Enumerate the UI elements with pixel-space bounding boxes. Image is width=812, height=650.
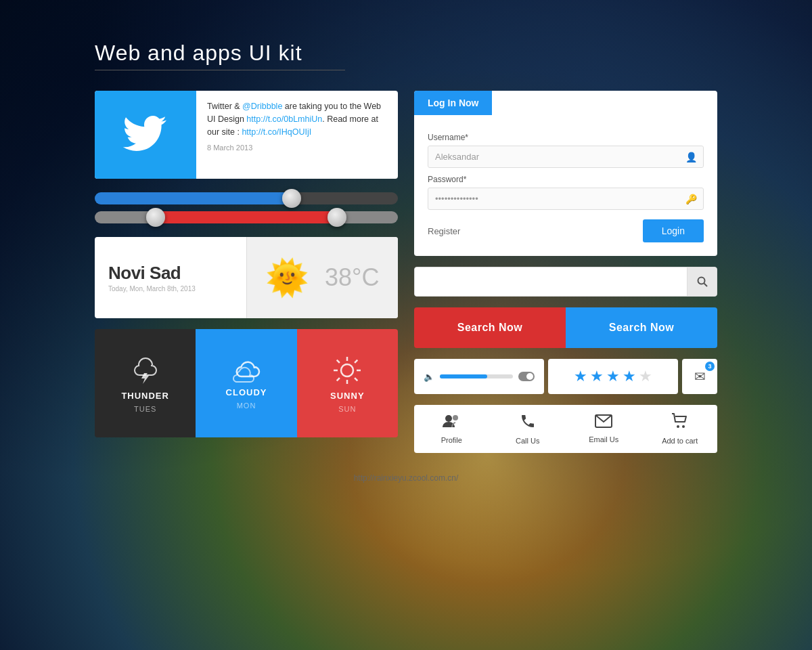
slider-blue-thumb[interactable] <box>282 189 301 208</box>
profile-label: Profile <box>441 436 462 444</box>
search-now-blue-button[interactable]: Search Now <box>566 307 717 348</box>
volume-slider-track[interactable] <box>440 374 513 378</box>
svg-point-10 <box>698 278 704 284</box>
sliders-container <box>95 190 398 226</box>
thunder-icon <box>129 354 162 387</box>
search-now-red-button[interactable]: Search Now <box>414 307 566 348</box>
widget-row: 🔈 ★ ★ ★ ★ ★ ✉ <box>414 359 717 394</box>
slider-red-thumb-right[interactable] <box>328 208 346 227</box>
weather-tile-cloudy: CLOUDY MON <box>196 329 296 437</box>
phone-icon <box>520 413 536 433</box>
cart-icon <box>671 413 689 433</box>
main-grid: Twitter & @Dribbble are taking you to th… <box>95 91 717 453</box>
weather-widget: Novi Sad Today, Mon, March 8th, 2013 🌞 3… <box>95 237 398 318</box>
search-icon <box>697 276 708 287</box>
svg-point-1 <box>341 364 353 376</box>
footer-url: http://rainxieyu.zcool.com.cn/ <box>95 473 717 483</box>
svg-point-12 <box>445 415 452 422</box>
slider-red-thumb-left[interactable] <box>146 208 165 227</box>
weather-tile-sunny: SUNNY SUN <box>297 329 398 437</box>
password-label: Password* <box>428 175 704 184</box>
thunder-day: TUES <box>134 405 156 413</box>
search-buttons: Search Now Search Now <box>414 307 717 348</box>
slider-red-track[interactable] <box>95 211 398 223</box>
callus-label: Call Us <box>516 437 539 445</box>
weather-right-panel: 🌞 38°C <box>247 237 399 318</box>
svg-point-16 <box>682 425 685 428</box>
mail-widget[interactable]: ✉ 3 <box>682 359 717 394</box>
username-input-wrap: 👤 <box>428 146 704 168</box>
twitter-card: Twitter & @Dribbble are taking you to th… <box>95 91 398 179</box>
twitter-date: 8 March 2013 <box>207 142 387 154</box>
username-input[interactable] <box>428 146 704 168</box>
volume-toggle[interactable] <box>518 372 535 381</box>
login-body: Username* 👤 Password* 🔑 Register Login <box>414 115 717 256</box>
action-addtocart[interactable]: Add to cart <box>643 405 718 453</box>
title-divider <box>95 70 345 70</box>
slider-blue-track[interactable] <box>95 192 398 204</box>
weather-temperature: 38°C <box>325 263 379 292</box>
left-column: Twitter & @Dribbble are taking you to th… <box>95 91 398 453</box>
search-input[interactable] <box>415 267 687 296</box>
page-title: Web and apps UI kit <box>95 41 717 66</box>
login-footer: Register Login <box>428 219 704 242</box>
twitter-link1: http://t.co/0bLmhiUn <box>246 114 322 124</box>
login-button[interactable]: Login <box>643 219 704 242</box>
user-icon: 👤 <box>685 152 697 162</box>
volume-toggle-knob <box>526 373 533 380</box>
login-panel: Log In Now Username* 👤 Password* 🔑 Regis… <box>414 91 717 256</box>
star-4[interactable]: ★ <box>623 368 636 385</box>
addtocart-label: Add to cart <box>662 437 698 445</box>
weather-tiles: THUNDER TUES CLOUDY MON <box>95 329 398 437</box>
star-3[interactable]: ★ <box>606 368 620 385</box>
mail-icon: ✉ <box>694 368 706 385</box>
twitter-link2: http://t.co/IHqOUIjI <box>242 127 311 137</box>
emailus-label: Email Us <box>589 435 618 443</box>
weather-date: Today, Mon, March 8th, 2013 <box>108 285 233 292</box>
svg-line-9 <box>337 378 340 381</box>
svg-line-7 <box>355 378 357 381</box>
action-profile[interactable]: Profile <box>414 405 489 453</box>
twitter-blue-panel <box>95 91 196 179</box>
volume-widget: 🔈 <box>414 359 544 394</box>
search-bar <box>414 267 717 297</box>
sunny-label: SUNNY <box>330 391 365 401</box>
stars-widget: ★ ★ ★ ★ ★ <box>548 359 678 394</box>
svg-line-6 <box>337 360 340 362</box>
right-column: Log In Now Username* 👤 Password* 🔑 Regis… <box>414 91 717 453</box>
search-icon-button[interactable] <box>687 267 717 296</box>
main-container: Web and apps UI kit Twitter & @Dribbble … <box>0 0 812 510</box>
svg-line-8 <box>355 360 357 362</box>
cloudy-day: MON <box>237 402 256 410</box>
twitter-body: Twitter & @Dribbble are taking you to th… <box>207 102 381 137</box>
volume-icon: 🔈 <box>424 372 434 382</box>
email-icon <box>595 414 612 432</box>
star-5[interactable]: ★ <box>639 368 652 385</box>
register-link[interactable]: Register <box>428 226 460 236</box>
sunny-day: SUN <box>338 405 356 413</box>
profile-icon <box>443 414 460 433</box>
sun-icon: 🌞 <box>265 257 309 299</box>
cloudy-icon <box>229 358 264 383</box>
star-2[interactable]: ★ <box>590 368 604 385</box>
twitter-handle: @Dribbble <box>242 102 282 111</box>
svg-point-13 <box>453 415 458 420</box>
action-callus[interactable]: Call Us <box>491 405 566 453</box>
action-emailus[interactable]: Email Us <box>566 405 641 453</box>
weather-tile-thunder: THUNDER TUES <box>95 329 196 437</box>
star-1[interactable]: ★ <box>574 368 587 385</box>
volume-slider-fill <box>440 374 487 378</box>
twitter-bird-icon <box>122 114 169 155</box>
action-row: Profile Call Us <box>414 405 717 453</box>
sunny-icon <box>331 354 363 387</box>
svg-point-15 <box>677 425 679 428</box>
twitter-text: Twitter & @Dribbble are taking you to th… <box>196 91 398 179</box>
weather-city: Novi Sad <box>108 263 233 284</box>
weather-left-panel: Novi Sad Today, Mon, March 8th, 2013 <box>95 237 246 318</box>
thunder-label: THUNDER <box>121 391 169 401</box>
cloudy-label: CLOUDY <box>226 387 267 397</box>
login-tab[interactable]: Log In Now <box>414 91 492 115</box>
mail-badge: 3 <box>705 362 715 371</box>
password-input-wrap: 🔑 <box>428 188 704 210</box>
password-input[interactable] <box>428 188 704 210</box>
